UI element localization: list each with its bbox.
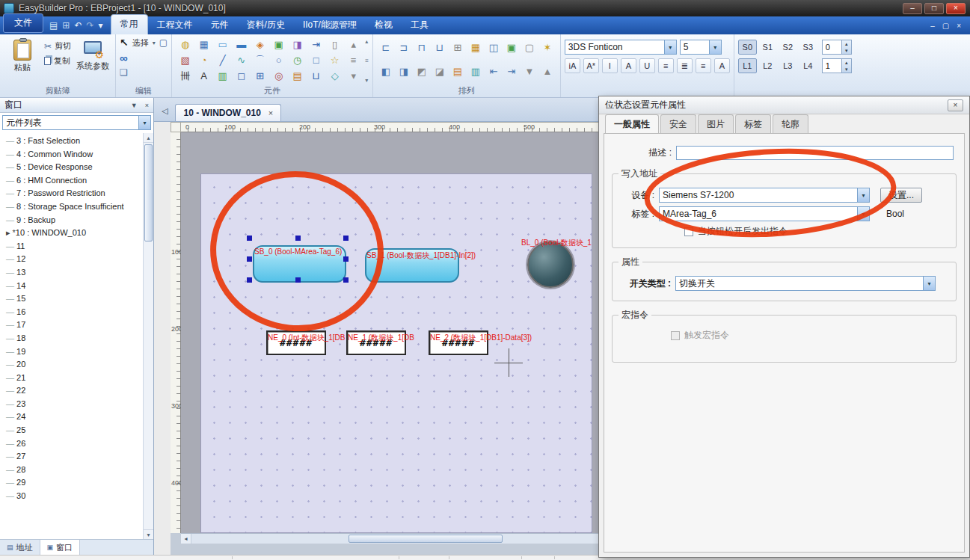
align-tool-icon[interactable]: ⊐ [395,37,413,58]
window-010-page[interactable]: SB_0 (Bool-MArea-Tag_6) SB_1 (Bool-数据块_1… [200,173,592,533]
align-tool-icon[interactable]: ⊔ [431,37,449,58]
dialog-titlebar[interactable]: 位状态设置元件属性 × [599,96,969,114]
ribbon-tab[interactable]: IIoT/能源管理 [294,16,366,34]
spin-down-icon[interactable]: ▾ [842,47,851,54]
window-tree-item[interactable]: 18 [0,332,153,345]
text-style-button[interactable]: I [602,58,618,73]
align-tool-icon[interactable]: ⊞ [449,37,467,58]
chevron-down-icon[interactable]: ▾ [923,277,935,290]
font-size-combobox[interactable]: 5 ▾ [680,40,722,55]
copy-button[interactable]: 复制 [44,55,71,67]
text-style-button[interactable]: A* [583,58,599,73]
window-tree-item[interactable]: 26 [0,437,153,451]
object-tool-icon[interactable]: ▯ [325,37,344,52]
object-tool-icon[interactable]: ▭ [213,37,232,52]
object-tool-icon[interactable]: ◷ [288,52,307,68]
window-tree-item[interactable]: 9 : Backup [0,214,153,227]
bit-lamp-object-bl0[interactable] [527,241,574,288]
window-tree-item[interactable]: 12 [0,253,153,266]
dialog-close-button[interactable]: × [948,99,963,111]
language-spinner-arrows[interactable]: ▴▾ [841,59,851,73]
window-tree-item[interactable]: 4 : Common Window [0,148,153,161]
window-tree-item[interactable]: 3 : Fast Selection [0,135,153,148]
object-tool-icon[interactable]: ⊔ [307,68,325,84]
distribute-tool-icon[interactable]: ⇥ [503,61,521,81]
object-tool-icon[interactable]: ◎ [269,68,288,84]
more-tools-icon[interactable]: ≡ [365,58,369,64]
ribbon-tab[interactable]: 资料/历史 [238,16,294,34]
chevron-down-icon[interactable]: ▾ [153,40,156,46]
ribbon-tab[interactable]: 工程文件 [148,16,202,34]
window-tree-item[interactable]: 5 : Device Response [0,161,153,174]
object-tool-icon[interactable]: ▧ [176,52,194,68]
object-tool-icon[interactable]: ▤ [288,68,307,84]
object-tool-icon[interactable]: ≡ [344,52,363,68]
tab-close-icon[interactable]: × [268,108,273,117]
text-style-button[interactable]: ≡ [658,58,674,73]
distribute-tool-icon[interactable]: ◧ [377,61,395,81]
object-tool-icon[interactable]: ▣ [269,37,288,52]
state-button[interactable]: S3 [799,40,817,55]
object-tool-icon[interactable]: ▬ [232,37,251,52]
window-tree-item[interactable]: 7 : Password Restriction [0,187,153,200]
align-tool-icon[interactable]: ✶ [538,37,556,58]
chevron-down-icon[interactable]: ▾ [857,207,869,221]
object-tool-icon[interactable]: ◇ [325,68,344,84]
align-tool-icon[interactable]: ⊓ [413,37,431,58]
select-tool[interactable]: ↖ 选择 ▾ ▢ [120,37,168,49]
release-command-checkbox[interactable] [684,227,693,236]
align-tool-icon[interactable]: ▣ [503,37,521,58]
window-tree-item[interactable]: 30 [0,490,153,503]
spin-up-icon[interactable]: ▴ [842,40,851,47]
object-tool-icon[interactable]: ☆ [325,52,344,68]
window-panel-header[interactable]: 窗口 ▼ × [0,98,153,113]
object-tool-icon[interactable]: ⊞ [251,68,269,84]
distribute-tool-icon[interactable]: ◩ [413,61,431,81]
text-style-button[interactable]: iA [565,58,580,73]
align-tool-icon[interactable]: ▦ [467,37,485,58]
window-tree-item[interactable]: 6 : HMI Connection [0,174,153,188]
distribute-tool-icon[interactable]: ▼ [521,61,538,81]
window-tree-item[interactable]: 24 [0,410,153,424]
object-tool-icon[interactable]: ◻ [232,68,251,84]
align-tool-icon[interactable]: ⊏ [377,37,395,58]
chevron-down-icon[interactable]: ▾ [857,188,869,202]
window-tree-item[interactable]: 22 [0,384,153,398]
align-tool-icon[interactable]: ▢ [521,37,538,58]
text-style-button[interactable]: A [621,58,636,73]
language-button[interactable]: L2 [758,58,777,73]
object-tool-icon[interactable]: ◔ [194,52,213,68]
distribute-tool-icon[interactable]: ⇤ [485,61,503,81]
window-tree-item[interactable]: 11 [0,240,153,253]
ribbon-tab[interactable]: 工具 [402,16,438,34]
object-tool-icon[interactable]: ⇥ [307,37,325,52]
distribute-tool-icon[interactable]: ▥ [467,61,485,81]
file-menu-button[interactable]: 文件 [3,13,43,33]
device-combobox[interactable]: Siemens S7-1200 ▾ [659,188,870,203]
settings-button[interactable]: 设置... [880,188,922,203]
language-button[interactable]: L1 [738,58,757,73]
scrollbar-thumb[interactable] [349,535,503,543]
panel-tab[interactable]: ▣窗口 [40,540,81,555]
window-tree-item[interactable]: 13 [0,266,153,280]
text-style-button[interactable]: U [639,58,655,73]
window-tree-item[interactable]: 28 [0,464,153,477]
object-tool-icon[interactable]: ◨ [288,37,307,52]
window-tree-item[interactable]: 21 [0,372,153,385]
switch-style-combobox[interactable]: 切换开关 ▾ [675,276,936,291]
scroll-down-icon[interactable]: ▾ [365,77,369,84]
panel-pin-icon[interactable]: ▼ [131,102,138,109]
distribute-tool-icon[interactable]: ▲ [538,61,556,81]
object-tool-icon[interactable]: A [194,68,213,84]
object-tool-icon[interactable]: ○ [269,52,288,68]
tag-combobox[interactable]: MArea-Tag_6 ▾ [659,206,870,221]
chevron-down-icon[interactable]: ▾ [664,40,676,54]
ribbon-tab[interactable]: 常用 [111,14,148,34]
font-family-combobox[interactable]: 3DS Fonticon ▾ [565,40,677,55]
window-010-document-tab[interactable]: 10 - WINDOW_010 × [175,104,281,121]
window-tree-item[interactable]: 27 [0,450,153,464]
chevron-down-icon[interactable]: ▾ [138,116,150,129]
text-style-button[interactable]: ≡ [696,58,711,73]
cut-button[interactable]: ✂剪切 [44,40,71,52]
object-tool-icon[interactable]: □ [307,52,325,68]
